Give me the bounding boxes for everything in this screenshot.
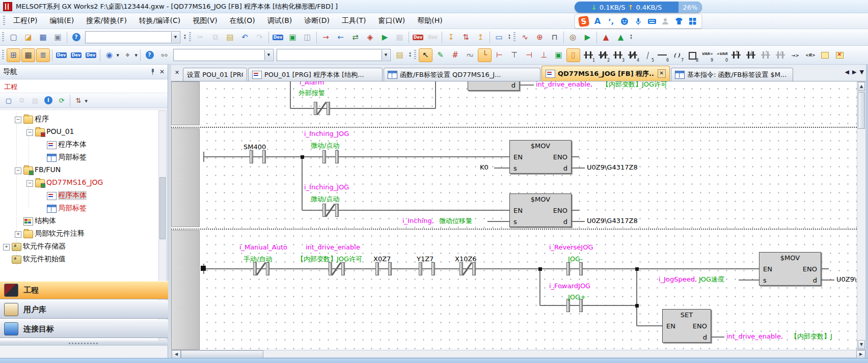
rising-pulse-close-button[interactable]: ↑	[758, 48, 772, 62]
document-tab-1[interactable]: 设置 POU_01 [PRG]	[183, 68, 247, 81]
verify-with-plc-button[interactable]: ⇄	[348, 31, 362, 44]
find-text-combo[interactable]: ▼	[277, 49, 391, 61]
view-button-project[interactable]: 工程	[0, 281, 168, 299]
outline-window-button[interactable]: ≣	[36, 48, 50, 62]
function-block-button[interactable]: 8	[685, 48, 698, 62]
reverse-jog-contact[interactable]	[565, 262, 584, 275]
menu-edit[interactable]: 编辑(E)	[43, 15, 80, 27]
open-project-button[interactable]: ◪	[21, 31, 35, 44]
panel-splitter[interactable]	[0, 341, 168, 346]
vertical-scrollbar-thumb[interactable]	[858, 92, 865, 129]
interconnect-write-button[interactable]: ✎	[433, 48, 447, 62]
toolbar-overflow-2[interactable]: ▾▾	[506, 31, 512, 44]
collapse-box-icon[interactable]: −	[26, 180, 33, 187]
expand-box-icon[interactable]: +	[3, 244, 10, 250]
new-project-button[interactable]: ▢	[7, 31, 20, 44]
coil-button[interactable]: ( )7	[670, 48, 684, 62]
horizontal-scrollbar[interactable]: ◀ ▶	[171, 350, 866, 358]
export-document-button[interactable]: ↧	[444, 31, 458, 44]
close-branch-button[interactable]: 4	[626, 48, 639, 62]
project-data-combo[interactable]: ▼	[85, 31, 180, 43]
new-data-button[interactable]: ▢	[3, 94, 15, 106]
save-project-button[interactable]: ▦	[36, 31, 50, 44]
input-rung-button[interactable]: ⊢	[493, 48, 506, 62]
device-use-list-button[interactable]: ⊕	[533, 31, 547, 44]
sampling-trace-1-button[interactable]: ▲	[599, 31, 613, 44]
rising-pulse-button[interactable]: ↑	[729, 48, 743, 62]
menu-window[interactable]: 窗口(W)	[372, 15, 411, 27]
tree-item-程序本体[interactable]: 程序本体	[0, 138, 159, 151]
letter-a-icon[interactable]: A	[592, 16, 603, 27]
find-target-combo[interactable]: ▼	[173, 49, 274, 61]
find-module-button[interactable]: ◎	[566, 31, 580, 44]
drive-enable-contact[interactable]	[328, 262, 346, 275]
falling-pulse-button[interactable]: ↓	[744, 48, 757, 62]
open-contact-button[interactable]: 1	[581, 48, 595, 62]
device-display-off-button[interactable]: Dev	[426, 31, 440, 44]
toolbar1-grip[interactable]	[189, 32, 191, 42]
manual-auto-contact[interactable]	[252, 262, 270, 275]
import-document-button[interactable]: ↥	[474, 31, 487, 44]
auto-connect-button[interactable]: └	[478, 48, 492, 62]
toolbar1-grip[interactable]	[513, 32, 516, 42]
device-search-button[interactable]: ⌖▼	[121, 48, 134, 62]
redo-button[interactable]: ↷	[253, 31, 266, 44]
delete-comment-button[interactable]: ×	[832, 48, 846, 62]
screen-setting-button[interactable]: ▭	[492, 31, 506, 44]
find-target-combo-arrow[interactable]: ▼	[264, 50, 273, 60]
network-speed-pill[interactable]: ↓ 0.1KB/S ↑ 0.4KB/S 26%	[575, 2, 702, 13]
document-tab-4[interactable]: QD77MS16_JOG [FB] 程序...✕	[541, 66, 670, 81]
view-button-connection-destination[interactable]: 连接目标	[0, 320, 168, 338]
menu-tools[interactable]: 工具(T)	[336, 15, 372, 27]
device-comment-find-button[interactable]: Dev	[55, 48, 68, 62]
open-branch-button[interactable]: 3	[611, 48, 625, 62]
account-icon[interactable]	[660, 16, 671, 27]
device-reference-button[interactable]: Dev	[84, 48, 98, 62]
insert-column-button[interactable]: ⊥	[537, 48, 551, 62]
tab-close-icon[interactable]: ✕	[658, 69, 666, 78]
falling-pulse-close-button[interactable]: ↓	[773, 48, 787, 62]
tree-item-局部标签[interactable]: 局部标签	[0, 202, 159, 215]
mov-block-2[interactable]: $MOVENENOsd	[509, 193, 572, 227]
guided-edit-button[interactable]: #	[448, 48, 462, 62]
device-display-button[interactable]: Dev	[411, 31, 425, 44]
network-margin[interactable]	[171, 128, 200, 227]
collapse-box-icon[interactable]: −	[26, 129, 33, 136]
menu-search-replace[interactable]: 搜索/替换(F)	[80, 15, 133, 27]
tab-list-menu-icon[interactable]: ▼	[860, 69, 864, 75]
input-variable-button[interactable]: VAR=9	[699, 48, 713, 62]
menu-online[interactable]: 在线(O)	[224, 15, 261, 27]
ladder-canvas[interactable]: $MOVENENOd$MOVENENOsd$MOVENENOsd$MOVENEN…	[200, 81, 857, 350]
list-display-button[interactable]: ⊓⊔	[463, 48, 477, 62]
device-batch-monitor-button[interactable]: ▦	[393, 31, 406, 44]
tree-item-QD77MS16_JOG[interactable]: −QD77MS16_JOG	[0, 177, 159, 189]
pulse-convert-button[interactable]: ⊓	[548, 31, 561, 44]
toolbar2-grip[interactable]	[2, 50, 4, 60]
close-icon[interactable]: ✕	[159, 68, 165, 75]
insert-row-button[interactable]: ⊣	[522, 48, 536, 62]
view-button-user-library[interactable]: 用户库	[0, 300, 168, 319]
help-button[interactable]: ?	[69, 31, 83, 44]
tree-item-局部软元件注释[interactable]: +局部软元件注释	[0, 228, 159, 240]
read-from-plc-button[interactable]: ←	[334, 31, 347, 44]
stop-monitoring-button[interactable]: ◫	[301, 31, 314, 44]
network-margin[interactable]	[171, 81, 200, 125]
undo-button[interactable]: ↶	[238, 31, 252, 44]
expand-box-icon[interactable]: +	[15, 231, 21, 238]
menu-view[interactable]: 视图(V)	[186, 15, 224, 27]
toolbox-icon[interactable]	[687, 16, 698, 27]
tree-item-结构体[interactable]: 结构体	[0, 215, 159, 228]
quick-document-button[interactable]: ▤	[393, 48, 406, 62]
scroll-right-button[interactable]: ▶	[856, 350, 865, 358]
set-block[interactable]: SETENENOd	[662, 309, 711, 343]
tree-item-程序[interactable]: −程序	[0, 113, 159, 126]
print-button[interactable]: ▣	[51, 31, 65, 44]
select-cursor-button[interactable]: ↖	[419, 48, 432, 62]
tree-item-FB/FUN[interactable]: −FB/FUN	[0, 164, 159, 177]
module-diagnostic-button[interactable]: ◈	[363, 31, 377, 44]
cross-reference-button[interactable]: ∿	[518, 31, 532, 44]
cut-button[interactable]: ✂	[194, 31, 207, 44]
menu-diagnostics[interactable]: 诊断(D)	[298, 15, 336, 27]
find-binoculars-button[interactable]: ⊙⊙	[157, 48, 171, 62]
tree-item-软元件初始值[interactable]: 软元件初始值	[0, 253, 159, 266]
